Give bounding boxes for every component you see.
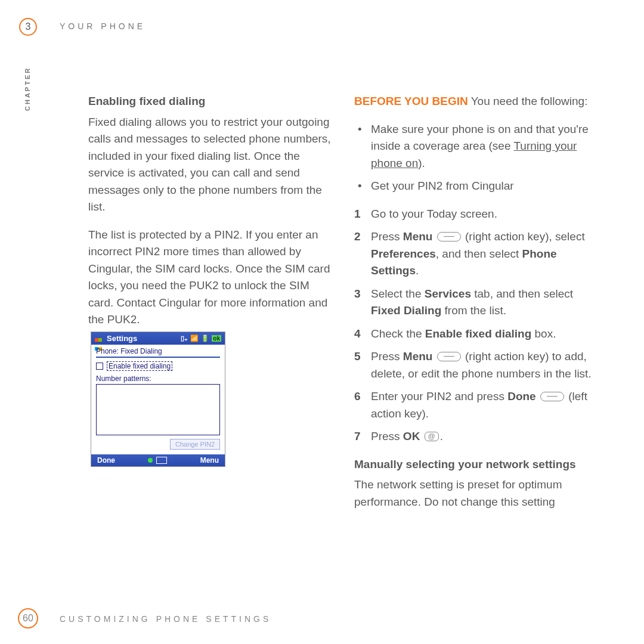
presence-icon	[148, 458, 153, 463]
step-2: 2 Press Menu (right action key), select …	[354, 228, 599, 280]
t: Press	[371, 430, 403, 442]
footer-section-title: CUSTOMIZING PHONE SETTINGS	[60, 614, 271, 624]
para-enabling-1: Fixed dialing allows you to restrict you…	[88, 114, 333, 216]
screenshot-softkey-bar: Done Menu	[91, 454, 225, 466]
bold-services: Services	[425, 287, 471, 300]
t: from the list.	[441, 304, 506, 317]
step-3: 3 Select the Services tab, and then sele…	[354, 286, 599, 320]
before-you-begin: BEFORE YOU BEGIN You need the following:	[354, 93, 599, 110]
change-pin2-button: Change PIN2	[170, 439, 220, 450]
steps-list: 1Go to your Today screen. 2 Press Menu (…	[354, 206, 599, 445]
page-number-badge: 60	[18, 608, 38, 628]
signal-icon: ▯₊	[181, 335, 188, 342]
bold-menu-2: Menu	[403, 350, 433, 363]
screenshot-status-icons: ▯₊ 📶 🔋 ok	[181, 335, 221, 342]
para-network: The network setting is preset for optimu…	[354, 476, 599, 510]
enable-fixed-dialing-checkbox[interactable]	[96, 363, 103, 370]
action-key-icon	[437, 232, 461, 242]
bullet-1: Make sure your phone is on and that you'…	[354, 121, 599, 172]
bold-enable-fixed-dialing: Enable fixed dialing	[425, 327, 531, 340]
checkbox-label: Enable fixed dialing	[107, 361, 172, 371]
checkbox-row: Enable fixed dialing	[96, 361, 220, 371]
bold-ok: OK	[403, 430, 420, 442]
bullet-1-post: ).	[418, 157, 425, 169]
section-heading-enabling: Enabling fixed dialing	[88, 93, 333, 110]
softkey-done[interactable]: Done	[97, 456, 115, 465]
manual-page: 3 YOUR PHONE CHAPTER Enabling fixed dial…	[0, 0, 644, 644]
softkey-center	[148, 457, 167, 464]
ok-icon: ok	[212, 335, 221, 342]
left-column: Enabling fixed dialing Fixed dialing all…	[88, 93, 333, 339]
running-head: YOUR PHONE	[60, 21, 145, 31]
screenshot-title: Settings	[107, 334, 137, 343]
screenshot-subtitle: Phone: Fixed Dialing	[96, 347, 220, 355]
prereq-bullets: Make sure your phone is on and that you'…	[354, 121, 599, 195]
battery-icon: 🔋	[201, 335, 209, 342]
t: Enter your PIN2 and press	[371, 390, 507, 402]
t: (right action key), select	[462, 230, 585, 243]
t: Check the	[371, 327, 425, 340]
number-patterns-listbox[interactable]	[96, 384, 220, 435]
phone-screenshot: Settings ▯₊ 📶 🔋 ok Phone: Fixed Dialing …	[91, 332, 225, 467]
section-heading-network: Manually selecting your network settings	[354, 456, 599, 473]
bold-menu: Menu	[403, 230, 433, 243]
t: Press	[371, 350, 403, 363]
before-rest: You need the following:	[468, 95, 588, 107]
t: box.	[531, 327, 556, 340]
bullet-2: Get your PIN2 from Cingular	[354, 178, 599, 195]
step-1: 1Go to your Today screen.	[354, 206, 599, 223]
t: , and then select	[436, 247, 522, 260]
right-column: BEFORE YOU BEGIN You need the following:…	[354, 93, 599, 521]
bold-preferences: Preferences	[371, 247, 436, 260]
chapter-number-badge: 3	[19, 18, 37, 36]
chapter-vertical-label: CHAPTER	[24, 67, 31, 111]
chapter-number: 3	[26, 21, 31, 32]
list-label: Number patterns:	[96, 374, 220, 383]
keyboard-icon[interactable]	[156, 457, 167, 464]
action-key-icon	[437, 352, 461, 361]
step-7: 7 Press OK .	[354, 428, 599, 445]
screenshot-body: Phone: Fixed Dialing Enable fixed dialin…	[91, 345, 225, 454]
t: Press	[371, 230, 403, 243]
bullet-2-text: Get your PIN2 from Cingular	[371, 179, 514, 192]
step-6: 6 Enter your PIN2 and press Done (left a…	[354, 388, 599, 422]
before-tag: BEFORE YOU BEGIN	[354, 95, 468, 107]
t: .	[416, 264, 419, 277]
windows-logo-icon	[95, 335, 103, 343]
bold-done: Done	[507, 390, 536, 402]
softkey-menu[interactable]: Menu	[200, 456, 219, 465]
action-key-icon	[540, 392, 564, 401]
page-number: 60	[23, 613, 33, 624]
divider	[96, 357, 220, 358]
step-5: 5 Press Menu (right action key) to add, …	[354, 348, 599, 382]
antenna-icon: 📶	[190, 335, 199, 342]
para-enabling-2: The list is protected by a PIN2. If you …	[88, 227, 333, 329]
t: tab, and then select	[471, 287, 573, 300]
ok-key-icon	[425, 432, 439, 441]
step-4: 4 Check the Enable fixed dialing box.	[354, 326, 599, 343]
t: .	[440, 430, 443, 442]
screenshot-titlebar: Settings ▯₊ 📶 🔋 ok	[91, 332, 225, 345]
t: Select the	[371, 287, 425, 300]
step-1-text: Go to your Today screen.	[371, 208, 497, 220]
bold-fixed-dialing: Fixed Dialing	[371, 304, 441, 317]
